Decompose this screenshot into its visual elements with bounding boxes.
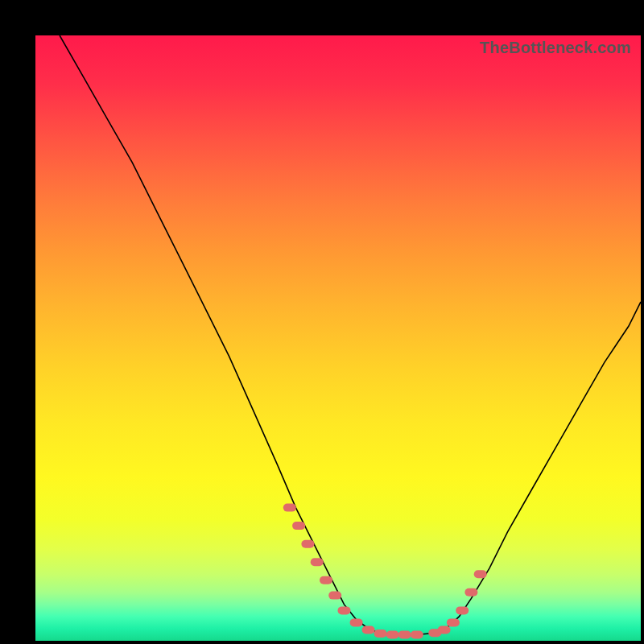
curve-marker — [411, 631, 423, 639]
curve-marker — [328, 592, 341, 600]
curve-marker — [456, 606, 469, 614]
curve-marker — [474, 570, 487, 578]
curve-marker — [386, 631, 399, 639]
curve-marker — [320, 576, 332, 584]
curve-marker — [283, 504, 296, 512]
curve-marker — [398, 631, 411, 639]
bottleneck-curve — [60, 35, 641, 635]
curve-marker — [374, 630, 387, 638]
curve-marker — [292, 522, 305, 530]
curve-marker — [350, 618, 363, 626]
chart-frame: TheBottleneck.com — [16, 16, 628, 628]
curve-marker — [301, 540, 314, 548]
curve-marker — [438, 626, 451, 634]
curve-marker — [464, 588, 477, 597]
curve-marker — [447, 618, 460, 626]
curve-marker — [362, 626, 375, 634]
curve-marker — [338, 606, 351, 614]
curve-layer — [35, 35, 641, 641]
plot-area: TheBottleneck.com — [35, 35, 641, 641]
curve-marker — [311, 558, 324, 566]
watermark-text: TheBottleneck.com — [480, 39, 631, 57]
